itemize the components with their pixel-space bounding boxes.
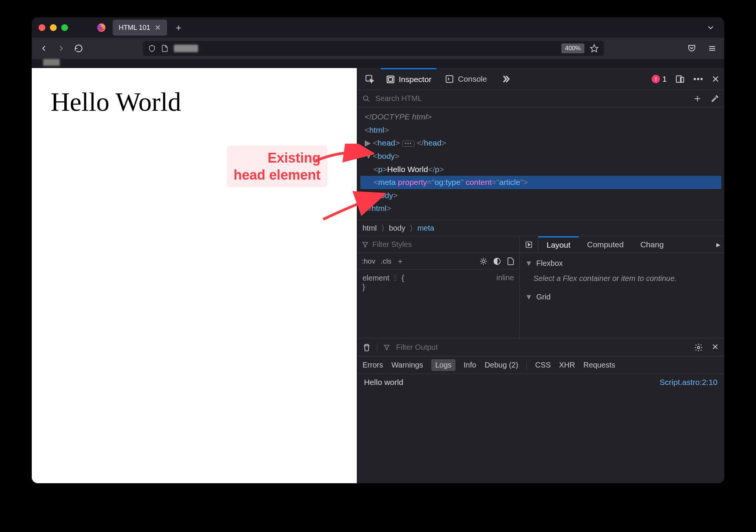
filter-requests[interactable]: Requests — [583, 361, 615, 369]
svg-line-17 — [367, 99, 369, 101]
responsive-mode-icon[interactable] — [675, 74, 685, 84]
console-settings-icon[interactable] — [694, 343, 703, 352]
svg-marker-20 — [363, 242, 368, 247]
titlebar: HTML 101 ✕ + — [32, 17, 724, 38]
filter-output-input[interactable] — [396, 343, 688, 352]
cls-toggle[interactable]: .cls — [381, 257, 392, 265]
back-button[interactable] — [38, 42, 50, 54]
dom-tree[interactable]: <!DOCTYPE html> <html> ▶ <head> ••• </he… — [357, 107, 724, 220]
add-node-icon[interactable] — [693, 95, 702, 103]
tab-console[interactable]: Console — [440, 68, 492, 90]
devtools-close-icon[interactable] — [711, 75, 720, 83]
breadcrumb[interactable]: html ⟩ body ⟩ meta — [357, 220, 724, 236]
console-filter-row: Errors Warnings Logs Info Debug (2) CSS … — [357, 357, 724, 374]
console-message-row[interactable]: Hello world Script.astro:2:10 — [357, 374, 724, 391]
console-message-text: Hello world — [364, 378, 660, 387]
tab-inspector-label: Inspector — [399, 75, 431, 84]
hov-toggle[interactable]: :hov — [362, 257, 375, 265]
breadcrumb-item[interactable]: html — [363, 224, 377, 233]
dark-mode-icon[interactable] — [493, 257, 501, 265]
devtools-tabs: Inspector Console ! 1 — [357, 68, 724, 90]
page-icon — [161, 44, 169, 53]
close-window-button[interactable] — [39, 24, 45, 31]
svg-point-13 — [700, 78, 703, 80]
filter-styles-input[interactable] — [372, 240, 515, 249]
breadcrumb-item-current[interactable]: meta — [417, 224, 434, 233]
layout-tabs-overflow-icon[interactable]: ▸ — [713, 240, 724, 249]
light-mode-icon[interactable] — [479, 257, 488, 265]
app-menu-icon[interactable] — [706, 42, 718, 54]
firefox-icon — [94, 21, 108, 34]
layout-tab-layout[interactable]: Layout — [538, 236, 579, 253]
errors-badge[interactable]: ! 1 — [652, 74, 667, 84]
layout-run-icon[interactable] — [520, 236, 538, 253]
html-search-input[interactable] — [375, 94, 688, 103]
grid-section-header[interactable]: ▼Grid — [525, 290, 719, 304]
print-media-icon[interactable] — [507, 257, 515, 265]
pick-element-button[interactable] — [362, 68, 378, 90]
page-heading: Hello World — [51, 87, 338, 117]
eyedropper-icon[interactable] — [711, 95, 719, 103]
breadcrumb-item[interactable]: body — [389, 224, 405, 233]
search-icon — [363, 95, 370, 102]
svg-marker-1 — [590, 45, 598, 52]
add-rule-icon[interactable]: ＋ — [397, 256, 404, 266]
error-icon: ! — [652, 75, 660, 83]
filter-errors[interactable]: Errors — [363, 361, 383, 369]
clear-console-icon[interactable] — [363, 343, 371, 352]
layout-tab-changes[interactable]: Chang — [632, 236, 672, 253]
svg-line-26 — [481, 259, 482, 259]
inline-label: inline — [496, 273, 514, 282]
new-tab-button[interactable]: + — [172, 22, 185, 34]
bookmark-star-icon[interactable] — [590, 44, 599, 53]
zoom-badge[interactable]: 400% — [561, 43, 584, 53]
flexbox-empty-message: Select a Flex container or item to conti… — [525, 271, 719, 290]
svg-point-16 — [364, 96, 368, 100]
minimize-window-button[interactable] — [50, 24, 57, 31]
reload-button[interactable] — [73, 42, 85, 54]
filter-icon — [383, 344, 390, 351]
svg-point-12 — [697, 78, 699, 80]
svg-line-27 — [485, 263, 486, 264]
pocket-icon[interactable] — [686, 42, 698, 54]
identity-row — [32, 59, 724, 68]
errors-count: 1 — [662, 74, 667, 84]
page-content: Hello World — [32, 68, 357, 483]
filter-debug[interactable]: Debug (2) — [485, 361, 518, 369]
filter-icon — [362, 241, 369, 248]
svg-marker-32 — [528, 243, 530, 246]
dom-p-node[interactable]: <p>Hello World</p> — [360, 163, 721, 176]
dom-doctype: <!DOCTYPE html> — [365, 112, 432, 121]
tabs-overflow-icon[interactable] — [495, 68, 516, 90]
layout-tab-computed[interactable]: Computed — [579, 236, 632, 253]
console-drawer: Errors Warnings Logs Info Debug (2) CSS … — [357, 338, 724, 483]
devtools-menu-icon[interactable] — [693, 78, 703, 81]
filter-logs[interactable]: Logs — [431, 359, 455, 371]
flexbox-section-header[interactable]: ▼Flexbox — [525, 256, 719, 271]
tab-close-icon[interactable]: ✕ — [155, 23, 161, 32]
filter-warnings[interactable]: Warnings — [391, 361, 423, 369]
maximize-window-button[interactable] — [61, 24, 68, 31]
filter-xhr[interactable]: XHR — [559, 361, 575, 369]
browser-tab[interactable]: HTML 101 ✕ — [113, 20, 167, 36]
svg-point-21 — [482, 260, 485, 262]
style-rule[interactable]: inline element ⦙⦙ { } — [357, 270, 519, 295]
url-text — [174, 45, 198, 52]
dom-meta-node-selected[interactable]: <meta property="og:type" content="articl… — [360, 176, 721, 189]
traffic-lights — [39, 24, 68, 31]
filter-info[interactable]: Info — [464, 361, 476, 369]
url-bar[interactable]: 400% — [143, 41, 604, 56]
dom-body-node[interactable]: ▼ <body> — [360, 150, 721, 163]
svg-point-11 — [694, 78, 696, 80]
svg-rect-7 — [389, 78, 392, 81]
filter-css[interactable]: CSS — [535, 361, 551, 369]
dom-head-node[interactable]: ▶ <head> ••• </head> — [360, 136, 721, 150]
svg-line-28 — [485, 259, 486, 259]
tab-inspector[interactable]: Inspector — [381, 68, 437, 90]
svg-rect-6 — [387, 76, 394, 83]
tabs-list-button[interactable] — [706, 23, 715, 32]
tab-title: HTML 101 — [119, 24, 150, 32]
console-close-icon[interactable] — [711, 343, 719, 352]
console-message-source[interactable]: Script.astro:2:10 — [660, 378, 717, 387]
forward-button[interactable] — [55, 42, 67, 54]
